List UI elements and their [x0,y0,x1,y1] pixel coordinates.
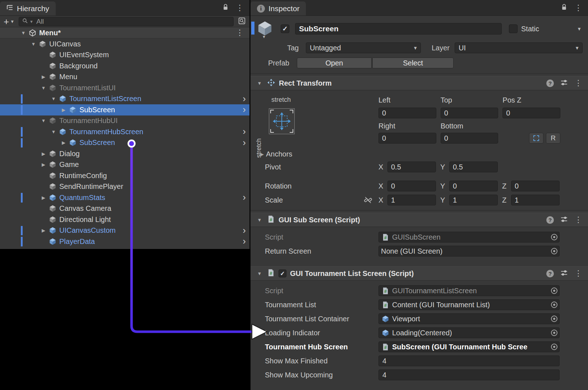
hierarchy-item-directional-light[interactable]: Directional Light [0,214,249,225]
object-picker-icon[interactable] [551,287,557,294]
foldout-closed-icon[interactable]: ▶ [59,107,68,113]
hierarchy-item-game[interactable]: ▶Game [0,159,249,171]
kebab-menu-icon[interactable]: ⋮ [574,216,582,224]
anchor-preset-button[interactable] [269,108,295,134]
gameobject-cube-icon[interactable]: ▼ [256,20,275,37]
foldout-closed-icon[interactable]: ▶ [39,74,48,80]
layer-dropdown[interactable]: UI▼ [455,42,583,53]
kebab-menu-icon[interactable]: ⋮ [236,4,244,12]
raw-edit-button[interactable]: R [546,133,560,144]
foldout-closed-icon[interactable]: ▶ [59,140,68,145]
object-picker-icon[interactable] [551,316,557,322]
rect-transform-header[interactable]: ▼ Rect Transform ? ⋮ [251,76,588,90]
kebab-menu-icon[interactable]: ⋮ [574,79,582,87]
kebab-menu-icon[interactable]: ⋮ [574,4,582,12]
scale-y-field[interactable]: 1 [449,195,498,205]
pivot-y-field[interactable]: 0.5 [449,162,498,172]
object-field[interactable]: #GUITournamentListScreen [378,285,560,296]
scale-x-field[interactable]: 1 [387,195,436,205]
foldout-open-icon[interactable]: ▼ [256,217,263,223]
open-search-window-icon[interactable] [238,17,246,26]
object-field[interactable]: None (GUI Screen) [378,246,560,257]
gui-tournament-list-screen-header[interactable]: ▼ # ✓ GUI Tournament List Screen (Script… [251,266,588,281]
scale-link-icon[interactable] [364,196,372,206]
hierarchy-item-uicanvascustom[interactable]: ▶UICanvasCustom› [0,225,249,236]
rotation-y-field[interactable]: 0 [449,181,498,191]
help-icon[interactable]: ? [546,216,554,224]
foldout-open-icon[interactable]: ▼ [29,41,38,47]
hierarchy-item-uieventsystem[interactable]: UIEventSystem [0,50,249,61]
object-picker-icon[interactable] [551,234,557,240]
number-field[interactable]: 4 [378,369,560,380]
object-field[interactable]: #GUISubScreen [378,232,560,242]
hierarchy-item-canvas-camera[interactable]: Canvas Camera [0,203,249,214]
prefab-open-arrow[interactable]: › [243,94,246,103]
lock-icon[interactable] [222,4,229,12]
foldout-closed-icon[interactable]: ▶ [39,151,48,157]
prefab-open-arrow[interactable]: › [243,105,246,114]
scene-kebab-icon[interactable]: ⋮ [236,29,244,37]
kebab-menu-icon[interactable]: ⋮ [574,269,582,277]
prefab-open-arrow[interactable]: › [243,226,246,235]
presets-icon[interactable] [560,216,568,225]
foldout-closed-icon[interactable]: ▶ [39,195,48,200]
foldout-open-icon[interactable]: ▼ [256,81,263,86]
object-picker-icon[interactable] [551,344,557,350]
posz-field[interactable]: 0 [502,108,560,118]
foldout-open-icon[interactable]: ▼ [39,118,48,123]
presets-icon[interactable] [560,269,568,278]
rotation-x-field[interactable]: 0 [387,181,436,191]
object-field[interactable]: Loading(Centered) [378,327,560,338]
object-picker-icon[interactable] [551,248,557,254]
hierarchy-item-sendruntimeplayer[interactable]: SendRuntimePlayer [0,181,249,192]
foldout-open-icon[interactable]: ▼ [49,96,58,101]
gui-sub-screen-header[interactable]: ▼ # GUI Sub Screen (Script) ? ⋮ [251,213,588,227]
hierarchy-item-background[interactable]: Background [0,60,249,72]
tab-hierarchy[interactable]: Hierarchy [0,1,56,15]
rotation-z-field[interactable]: 0 [511,181,560,191]
hierarchy-item-subscreen[interactable]: ▶SubScreen› [0,137,249,149]
search-filter-caret-icon[interactable]: ▼ [29,19,33,24]
lock-icon[interactable] [561,4,567,12]
hierarchy-item-tournamenthubui[interactable]: ▼TournamentHubUI [0,115,249,127]
hierarchy-item-tournamentlistui[interactable]: ▼TournamentListUI [0,82,249,94]
hierarchy-item-playerdata[interactable]: PlayerData› [0,236,249,247]
presets-icon[interactable] [560,79,568,88]
foldout-open-icon[interactable]: ▼ [19,30,28,36]
hierarchy-item-runtimeconfig[interactable]: RuntimeConfig [0,170,249,181]
static-checkbox[interactable] [509,24,518,33]
prefab-open-arrow[interactable]: › [243,236,246,246]
hierarchy-search-input[interactable]: ▼ All [19,17,234,26]
top-field[interactable]: 0 [441,108,499,118]
foldout-open-icon[interactable]: ▼ [256,271,263,276]
hierarchy-item-quantumstats[interactable]: ▶QuantumStats› [0,192,249,203]
add-gameobject-button[interactable]: +▼ [4,17,14,26]
left-field[interactable]: 0 [378,108,436,118]
pivot-x-field[interactable]: 0.5 [387,162,436,172]
foldout-closed-icon[interactable]: ▶ [39,228,48,233]
prefab-open-button[interactable]: Open [297,58,372,68]
static-dropdown-caret[interactable]: ▼ [577,26,583,32]
foldout-closed-icon[interactable]: ▶ [39,162,48,167]
number-field[interactable]: 4 [378,355,560,366]
hierarchy-item-uicanvas[interactable]: ▼UICanvas [0,38,249,50]
component-enabled-checkbox[interactable]: ✓ [279,269,286,277]
object-field[interactable]: #Content (GUI Tournament List) [378,299,560,310]
foldout-open-icon[interactable]: ▼ [39,85,48,91]
scene-header-row[interactable]: ▼ Menu* ⋮ [0,27,249,38]
bottom-field[interactable]: 0 [441,133,499,144]
prefab-open-arrow[interactable]: › [243,138,246,147]
help-icon[interactable]: ? [546,270,554,277]
active-checkbox[interactable]: ✓ [281,24,289,33]
help-icon[interactable]: ? [546,80,554,87]
right-field[interactable]: 0 [378,133,436,144]
hierarchy-item-tournamentlistscreen[interactable]: ▼TournamentListScreen› [0,94,249,105]
foldout-closed-icon[interactable]: ▶ [258,151,266,157]
name-field[interactable]: SubScreen [295,23,502,35]
object-field[interactable]: Viewport [378,313,560,324]
hierarchy-item-dialog[interactable]: ▶Dialog [0,148,249,159]
prefab-select-button[interactable]: Select [372,58,454,68]
object-field[interactable]: #SubScreen (GUI Tournament Hub Scree [378,341,560,352]
prefab-open-arrow[interactable]: › [243,192,246,202]
blueprint-mode-button[interactable] [529,133,543,144]
